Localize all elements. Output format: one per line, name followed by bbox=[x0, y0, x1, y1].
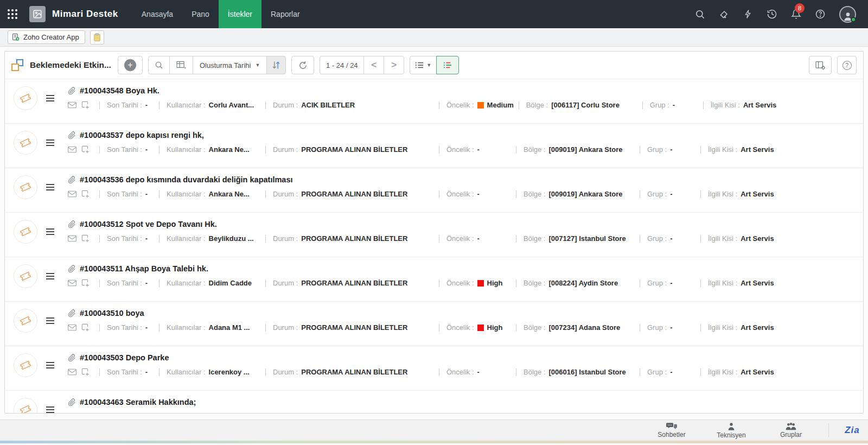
drag-handle-icon[interactable] bbox=[46, 360, 54, 370]
history-icon[interactable] bbox=[767, 9, 777, 20]
ticket-row[interactable]: #100043548 Boya Hk. Son Tarihi :- Kullan… bbox=[5, 79, 863, 123]
email-icon[interactable] bbox=[68, 190, 76, 198]
attachment-icon bbox=[68, 87, 76, 95]
drag-handle-icon[interactable] bbox=[46, 316, 54, 326]
add-ticket-button[interactable]: + bbox=[118, 56, 143, 74]
drag-handle-icon[interactable] bbox=[46, 405, 54, 414]
search-icon[interactable] bbox=[695, 9, 705, 20]
email-icon[interactable] bbox=[68, 101, 76, 109]
attachment-icon bbox=[68, 176, 76, 184]
zoho-creator-app-button[interactable]: Zoho Creator App bbox=[8, 30, 85, 44]
search-list-button[interactable] bbox=[148, 56, 170, 74]
next-page-button[interactable]: > bbox=[384, 56, 404, 74]
ticket-icon bbox=[14, 220, 37, 244]
sort-field-select[interactable]: Olusturma Tarihi ▼ bbox=[193, 56, 267, 74]
ticket-icon bbox=[14, 131, 37, 155]
add-note-icon[interactable] bbox=[81, 101, 90, 109]
email-icon[interactable] bbox=[68, 235, 76, 242]
ticket-meta: Son Tarihi :- Kullanıcılar :Beylikduzu .… bbox=[68, 234, 863, 243]
ticket-meta: Son Tarihi :- Kullanıcılar :Ankara Ne...… bbox=[68, 145, 863, 154]
add-note-icon[interactable] bbox=[81, 190, 90, 198]
drag-handle-icon[interactable] bbox=[46, 182, 54, 192]
ticket-title[interactable]: #100043512 Spot ve Depo Tavanı Hk. bbox=[80, 220, 217, 228]
add-column-button[interactable] bbox=[169, 56, 193, 74]
priority-color-square bbox=[477, 325, 484, 331]
pagination-range: 1 - 24 / 24 bbox=[320, 56, 364, 74]
ticket-row[interactable]: #100043463 Seramik Hakkında; Son Tarihi … bbox=[5, 390, 863, 414]
notifications-bell-icon[interactable]: 8 bbox=[791, 9, 801, 20]
add-note-icon[interactable] bbox=[81, 279, 90, 287]
ticket-row[interactable]: #100043512 Spot ve Depo Tavanı Hk. Son T… bbox=[5, 212, 863, 257]
ticket-list: #100043548 Boya Hk. Son Tarihi :- Kullan… bbox=[5, 79, 863, 414]
notification-badge: 8 bbox=[795, 3, 805, 13]
drag-handle-icon[interactable] bbox=[46, 271, 54, 281]
attachment-icon bbox=[68, 265, 76, 273]
add-note-icon[interactable] bbox=[81, 145, 90, 154]
ticket-add-icon[interactable] bbox=[719, 9, 730, 20]
ticket-title[interactable]: #100043510 boya bbox=[80, 309, 144, 317]
tab-istekler[interactable]: İstekler bbox=[219, 0, 261, 28]
refresh-button[interactable] bbox=[291, 56, 314, 74]
ticket-row[interactable]: #100043511 Ahşap Boya Talebi hk. Son Tar… bbox=[5, 257, 863, 301]
user-avatar[interactable] bbox=[839, 6, 856, 23]
bolt-icon[interactable] bbox=[743, 9, 753, 20]
ticket-list-panel: Beklemedeki Etkin... + bbox=[4, 51, 864, 414]
ticket-title[interactable]: #100043463 Seramik Hakkında; bbox=[80, 398, 196, 406]
ticket-row[interactable]: #100043536 depo kısmında duvardaki deliğ… bbox=[5, 168, 863, 212]
app-logo-image-icon[interactable] bbox=[29, 6, 46, 22]
layout-settings-button[interactable] bbox=[809, 56, 832, 74]
prev-page-button[interactable]: < bbox=[363, 56, 384, 74]
attachment-icon bbox=[68, 131, 76, 139]
ticket-meta: Son Tarihi :- Kullanıcılar :Adana M1 ...… bbox=[68, 323, 863, 332]
priority-color-square bbox=[477, 280, 484, 287]
ticket-meta: Son Tarihi :- Kullanıcılar :Corlu Avant.… bbox=[68, 101, 863, 109]
ticket-row[interactable]: #100043537 depo kapısı rengi hk, Son Tar… bbox=[5, 123, 863, 168]
ticket-meta: Son Tarihi :- Kullanıcılar :Icerenkoy ..… bbox=[68, 368, 863, 376]
sort-field-value: Olusturma Tarihi bbox=[200, 61, 251, 69]
ticket-title[interactable]: #100043511 Ahşap Boya Talebi hk. bbox=[80, 264, 208, 273]
email-icon[interactable] bbox=[68, 279, 76, 287]
ticket-title[interactable]: #100043548 Boya Hk. bbox=[80, 86, 159, 95]
app-title: Mimari Destek bbox=[52, 9, 118, 20]
help-icon[interactable] bbox=[815, 9, 826, 20]
chevron-down-icon: ▼ bbox=[426, 62, 431, 68]
email-icon[interactable] bbox=[68, 324, 76, 331]
attachment-icon bbox=[68, 220, 76, 228]
ticket-row[interactable]: #100043510 boya Son Tarihi :- Kullanıcıl… bbox=[5, 301, 863, 346]
group-icon bbox=[786, 422, 796, 430]
zia-logo[interactable]: Zia bbox=[837, 425, 868, 436]
list-view-dropdown[interactable]: ▼ bbox=[410, 56, 437, 74]
ticket-title[interactable]: #100043537 depo kapısı rengi hk, bbox=[80, 131, 204, 139]
sort-direction-button[interactable] bbox=[266, 56, 286, 74]
compact-view-toggle-active[interactable] bbox=[436, 56, 459, 74]
attachment-icon bbox=[68, 398, 76, 406]
clipboard-icon-button[interactable] bbox=[90, 30, 104, 44]
drag-handle-icon[interactable] bbox=[46, 227, 54, 237]
view-title[interactable]: Beklemedeki Etkin... bbox=[30, 60, 112, 70]
add-note-icon[interactable] bbox=[81, 323, 90, 332]
ticket-row[interactable]: #100043503 Depo Parke Son Tarihi :- Kull… bbox=[5, 346, 863, 390]
apps-grid-icon[interactable] bbox=[0, 0, 25, 28]
tab-pano[interactable]: Pano bbox=[182, 0, 219, 28]
top-navbar: Mimari Destek Anasayfa Pano İstekler Rap… bbox=[0, 0, 868, 28]
add-note-icon[interactable] bbox=[81, 368, 90, 376]
ticket-icon bbox=[14, 309, 37, 333]
footer-item-teknisyen[interactable]: Teknisyen bbox=[701, 422, 761, 439]
ticket-meta: Son Tarihi :- Kullanıcılar :Didim Cadde … bbox=[68, 279, 863, 287]
ticket-title[interactable]: #100043503 Depo Parke bbox=[80, 353, 169, 362]
drag-handle-icon[interactable] bbox=[46, 93, 54, 103]
ticket-title[interactable]: #100043536 depo kısmında duvardaki deliğ… bbox=[80, 175, 292, 184]
ticket-icon bbox=[14, 398, 37, 414]
footer-item-sohbetler[interactable]: Sohbetler bbox=[642, 422, 701, 438]
priority-color-square bbox=[477, 102, 484, 109]
add-note-icon[interactable] bbox=[81, 234, 90, 243]
email-icon[interactable] bbox=[68, 368, 76, 376]
tab-anasayfa[interactable]: Anasayfa bbox=[132, 0, 182, 28]
tab-raporlar[interactable]: Raporlar bbox=[261, 0, 309, 28]
drag-handle-icon[interactable] bbox=[46, 138, 54, 148]
email-icon[interactable] bbox=[68, 146, 76, 153]
ticket-icon bbox=[14, 353, 37, 377]
ticket-icon bbox=[14, 175, 37, 199]
footer-item-gruplar[interactable]: Gruplar bbox=[761, 422, 821, 438]
help-list-button[interactable]: ? bbox=[837, 56, 857, 74]
